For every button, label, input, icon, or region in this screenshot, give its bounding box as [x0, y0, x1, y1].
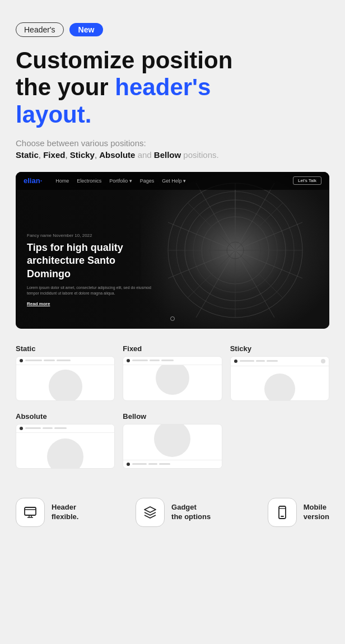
position-item-bellow: Bellow — [123, 412, 222, 469]
position-thumb-static[interactable] — [16, 356, 115, 401]
thumb-content — [123, 424, 221, 457]
positions-row-1: Static Fixed — [16, 344, 329, 401]
feature-label-header: Headerflexible. — [52, 503, 78, 522]
hero-meta: Fancy name November 10, 2022 — [27, 233, 156, 238]
positions-list: Static, Fixed, Sticky, Absolute and Bell… — [16, 150, 329, 160]
position-thumb-bellow[interactable] — [123, 424, 222, 469]
thumb-nav-absolute — [16, 424, 114, 433]
hero-body: Lorem ipsum dolor sit amet, consectetur … — [27, 285, 156, 297]
position-thumb-sticky[interactable] — [230, 356, 329, 401]
thumb-nav-sticky — [231, 357, 329, 366]
thumb-lines — [25, 427, 111, 429]
thumb-circle — [154, 424, 190, 457]
hero-read-more[interactable]: Read more — [27, 301, 156, 306]
thumb-line — [256, 360, 265, 362]
feature-label-gadget: Gadgetthe options — [171, 503, 211, 522]
thumb-nav-fixed — [123, 357, 221, 365]
feature-icon-box-gadget — [136, 498, 165, 527]
position-label-sticky: Sticky — [230, 344, 329, 353]
features-row: Headerflexible. Gadgetthe options — [16, 489, 329, 527]
feature-gadget-options: Gadgetthe options — [136, 498, 211, 527]
nav-link-pages: Pages — [140, 178, 155, 184]
thumb-line — [132, 360, 148, 361]
new-badge: New — [69, 23, 104, 36]
thumb-line — [43, 427, 53, 429]
headers-badge: Header's — [16, 22, 64, 37]
feature-icon-box-header — [16, 498, 45, 527]
mobile-icon — [275, 505, 290, 520]
main-title: Customize position the your header'slayo… — [16, 47, 329, 128]
thumb-line — [44, 360, 55, 361]
nav-link-home: Home — [55, 178, 69, 184]
thumb-lines — [25, 360, 111, 361]
svg-rect-21 — [25, 507, 36, 515]
thumb-lines — [132, 463, 218, 465]
thumb-dot — [127, 463, 130, 466]
thumb-line — [150, 360, 160, 361]
thumb-line — [57, 360, 71, 361]
position-label-bellow: Bellow — [123, 412, 222, 421]
layers-icon — [143, 505, 157, 520]
thumb-circle — [156, 361, 189, 395]
thumb-circle — [264, 374, 295, 401]
thumb-lines — [132, 360, 218, 361]
nav-link-portfolio: Portfolio ▾ — [109, 178, 132, 184]
position-label-absolute: Absolute — [16, 412, 115, 421]
thumb-dot — [234, 360, 237, 363]
position-label-static: Static — [16, 344, 115, 353]
subtitle-text: Choose between various positions: — [16, 138, 329, 148]
thumb-line — [132, 463, 147, 465]
thumb-nav-bellow — [123, 460, 221, 468]
position-item-static: Static — [16, 344, 115, 401]
hero-indicator-dot — [170, 316, 175, 321]
position-item-absolute: Absolute — [16, 412, 115, 469]
thumb-dot — [20, 427, 23, 430]
hero-nav: elian· Home Electronics Portfolio ▾ Page… — [16, 172, 329, 190]
position-item-fixed: Fixed — [123, 344, 222, 401]
svg-line-19 — [235, 250, 274, 318]
spiral-svg — [162, 178, 308, 323]
svg-line-15 — [196, 183, 235, 250]
thumb-line — [161, 360, 174, 361]
svg-marker-26 — [144, 507, 156, 512]
hero-cta-btn[interactable]: Let's Talk — [293, 176, 321, 185]
thumb-line — [148, 463, 157, 465]
thumb-nav-static — [16, 357, 114, 365]
position-item-sticky: Sticky — [230, 344, 329, 401]
nav-link-help: Get Help ▾ — [162, 178, 186, 184]
thumb-line — [25, 360, 42, 361]
feature-mobile-version: Mobileversion — [268, 498, 329, 527]
badges-row: Header's New — [16, 22, 329, 37]
thumb-content — [231, 366, 329, 399]
feature-icon-box-mobile — [268, 498, 297, 527]
thumb-line — [159, 463, 170, 465]
thumb-line — [54, 427, 67, 429]
thumb-dot — [127, 359, 130, 362]
thumb-lines — [240, 360, 319, 362]
svg-line-13 — [235, 183, 274, 250]
thumb-nav-circle — [321, 359, 325, 363]
feature-label-mobile: Mobileversion — [304, 503, 329, 522]
thumb-line — [267, 360, 278, 362]
hero-nav-links: Home Electronics Portfolio ▾ Pages Get H… — [55, 178, 186, 184]
thumb-line — [240, 360, 254, 362]
hero-heading: Tips for high quality architecture Santo… — [27, 241, 156, 281]
thumb-content — [16, 365, 114, 398]
thumb-circle — [49, 370, 82, 401]
feature-header-flexible: Headerflexible. — [16, 498, 78, 527]
thumb-dot — [20, 359, 23, 362]
hero-image: elian· Home Electronics Portfolio ▾ Page… — [16, 172, 329, 329]
empty-col — [230, 412, 329, 469]
hero-logo: elian· — [24, 176, 42, 185]
hero-content: Fancy name November 10, 2022 Tips for hi… — [27, 233, 156, 306]
position-thumb-fixed[interactable] — [123, 356, 222, 401]
header-icon — [23, 505, 38, 520]
thumb-circle — [47, 438, 83, 469]
position-thumb-absolute[interactable] — [16, 424, 115, 469]
thumb-line — [25, 427, 41, 429]
position-label-fixed: Fixed — [123, 344, 222, 353]
svg-line-18 — [196, 250, 235, 318]
positions-row-2: Absolute Bellow — [16, 412, 329, 469]
comma: , — [39, 150, 43, 160]
nav-link-electronics: Electronics — [77, 178, 101, 184]
